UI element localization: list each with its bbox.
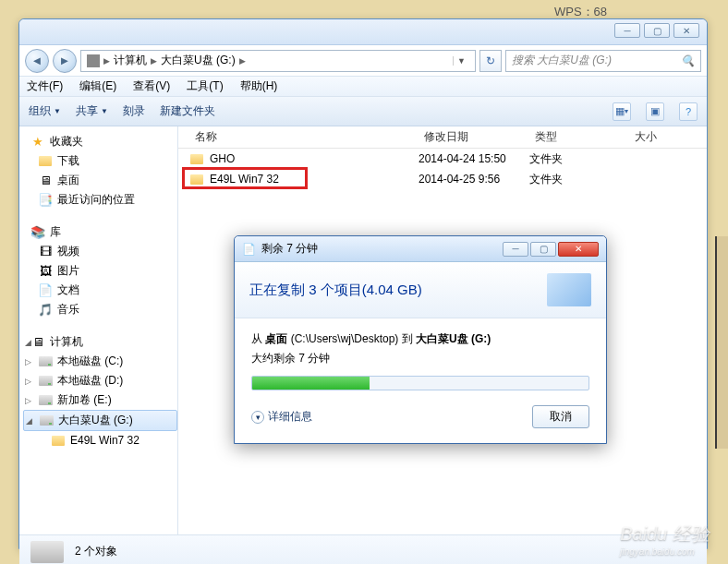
dialog-title: 剩余 7 分钟 <box>261 241 318 257</box>
sidebar-item-drive-e[interactable]: ▷新加卷 (E:) <box>23 390 177 410</box>
column-headers: 名称 修改日期 类型 大小 <box>178 126 707 149</box>
expand-icon[interactable]: ▷ <box>25 396 31 405</box>
folder-icon <box>38 154 53 169</box>
burn-button[interactable]: 刻录 <box>123 103 145 119</box>
sidebar-item-subfolder[interactable]: E49L Win7 32 <box>23 431 177 450</box>
search-placeholder: 搜索 大白菜U盘 (G:) <box>512 53 612 68</box>
menu-bar: 文件(F) 编辑(E) 查看(V) 工具(T) 帮助(H) <box>19 77 707 97</box>
column-date[interactable]: 修改日期 <box>419 129 529 145</box>
expand-icon[interactable]: ▷ <box>25 377 31 386</box>
collapse-icon[interactable]: ◢ <box>25 338 31 347</box>
copy-animation-icon <box>547 273 591 306</box>
watermark: Baidu 经验 jingyan.baidu.com <box>620 522 710 557</box>
progress-fill <box>252 377 370 390</box>
sidebar-item-pictures[interactable]: 🖼图片 <box>23 261 177 281</box>
time-remaining-line: 大约剩余 7 分钟 <box>251 351 589 366</box>
minimize-button[interactable]: ─ <box>614 23 640 38</box>
library-icon: 📚 <box>30 225 45 240</box>
document-icon: 📄 <box>38 283 53 298</box>
titlebar: ─ ▢ ✕ <box>19 19 707 45</box>
menu-tools[interactable]: 工具(T) <box>187 78 223 94</box>
desktop-icon: 🖥 <box>38 174 53 188</box>
copy-summary: 正在复制 3 个项目(4.04 GB) <box>249 282 422 299</box>
sidebar-item-videos[interactable]: 🎞视频 <box>23 242 177 261</box>
chevron-right-icon: ▶ <box>103 56 110 66</box>
collapse-icon[interactable]: ◢ <box>26 416 32 426</box>
forward-button[interactable]: ► <box>53 49 77 73</box>
copy-progress-dialog: 📄 剩余 7 分钟 ─ ▢ ✕ 正在复制 3 个项目(4.04 GB) 从 桌面… <box>234 235 607 444</box>
newfolder-button[interactable]: 新建文件夹 <box>160 103 215 119</box>
column-name[interactable]: 名称 <box>189 129 419 145</box>
folder-icon <box>189 151 204 166</box>
menu-help[interactable]: 帮助(H) <box>240 78 278 94</box>
back-button[interactable]: ◄ <box>25 49 49 73</box>
background-decoration <box>715 236 728 449</box>
refresh-button[interactable]: ↻ <box>479 50 502 72</box>
computer-group[interactable]: ◢🖥计算机 <box>23 332 177 352</box>
details-toggle[interactable]: ▾ 详细信息 <box>251 409 312 425</box>
menu-file[interactable]: 文件(F) <box>27 78 63 94</box>
menu-edit[interactable]: 编辑(E) <box>79 78 116 94</box>
maximize-button[interactable]: ▢ <box>644 23 670 38</box>
picture-icon: 🖼 <box>38 264 53 279</box>
annotation-highlight <box>182 167 308 189</box>
view-options-button[interactable]: ▦ ▾ <box>613 102 631 121</box>
address-bar[interactable]: ▶ 计算机 ▶ 大白菜U盘 (G:) ▶ ▼ <box>80 50 476 72</box>
sidebar-item-documents[interactable]: 📄文档 <box>23 281 177 300</box>
drive-icon <box>38 354 53 369</box>
recent-icon: 📑 <box>38 193 53 208</box>
preview-pane-button[interactable]: ▣ <box>646 102 664 121</box>
folder-icon <box>51 433 66 448</box>
column-size[interactable]: 大小 <box>629 129 675 145</box>
sidebar-item-drive-g[interactable]: ◢大白菜U盘 (G:) <box>23 410 177 431</box>
drive-icon <box>87 54 100 67</box>
favorites-group[interactable]: ★收藏夹 <box>23 132 177 151</box>
help-button[interactable]: ? <box>679 102 698 121</box>
chevron-right-icon: ▶ <box>239 56 246 66</box>
search-icon: 🔍 <box>681 54 695 67</box>
close-button[interactable]: ✕ <box>673 23 699 38</box>
star-icon: ★ <box>30 135 45 150</box>
music-icon: 🎵 <box>38 303 53 318</box>
drive-icon <box>38 393 53 408</box>
sidebar-item-recent[interactable]: 📑最近访问的位置 <box>23 190 177 210</box>
breadcrumb-root[interactable]: 计算机 <box>114 53 147 68</box>
dialog-titlebar[interactable]: 📄 剩余 7 分钟 ─ ▢ ✕ <box>235 236 606 262</box>
sidebar-item-downloads[interactable]: 下载 <box>23 151 177 171</box>
navigation-row: ◄ ► ▶ 计算机 ▶ 大白菜U盘 (G:) ▶ ▼ ↻ 搜索 大白菜U盘 (G… <box>19 45 707 77</box>
search-input[interactable]: 搜索 大白菜U盘 (G:) 🔍 <box>505 50 701 72</box>
dialog-minimize-button[interactable]: ─ <box>503 242 528 257</box>
libraries-group[interactable]: 📚库 <box>23 222 177 242</box>
computer-icon: 🖥 <box>30 335 45 350</box>
drive-icon <box>39 414 54 428</box>
progress-bar <box>251 376 589 390</box>
drive-icon <box>30 541 64 563</box>
chevron-right-icon: ▶ <box>151 56 157 66</box>
copy-path-line: 从 桌面 (C:\Users\wj\Desktop) 到 大白菜U盘 (G:) <box>251 331 589 347</box>
sidebar-item-drive-d[interactable]: ▷本地磁盘 (D:) <box>23 371 177 390</box>
address-dropdown[interactable]: ▼ <box>453 56 469 66</box>
dialog-header: 正在复制 3 个项目(4.04 GB) <box>235 262 606 318</box>
sidebar-item-desktop[interactable]: 🖥桌面 <box>23 171 177 190</box>
status-bar: 2 个对象 <box>19 534 707 564</box>
chevron-down-icon: ▾ <box>251 411 264 424</box>
copy-icon: 📄 <box>242 243 256 256</box>
share-button[interactable]: 共享 ▼ <box>76 103 108 119</box>
video-icon: 🎞 <box>38 245 53 259</box>
drive-icon <box>38 374 53 389</box>
file-row[interactable]: GHO 2014-04-24 15:50 文件夹 <box>178 149 707 169</box>
column-type[interactable]: 类型 <box>529 129 629 145</box>
toolbar: 组织 ▼ 共享 ▼ 刻录 新建文件夹 ▦ ▾ ▣ ? <box>19 97 707 126</box>
sidebar-item-music[interactable]: 🎵音乐 <box>23 300 177 319</box>
expand-icon[interactable]: ▷ <box>25 357 31 366</box>
status-text: 2 个对象 <box>75 544 117 559</box>
organize-button[interactable]: 组织 ▼ <box>29 103 61 119</box>
navigation-pane: ★收藏夹 下载 🖥桌面 📑最近访问的位置 📚库 🎞视频 🖼图片 📄文档 🎵音乐 … <box>19 126 178 534</box>
sidebar-item-drive-c[interactable]: ▷本地磁盘 (C:) <box>23 352 177 371</box>
dialog-maximize-button[interactable]: ▢ <box>530 242 556 257</box>
menu-view[interactable]: 查看(V) <box>133 78 170 94</box>
breadcrumb-drive[interactable]: 大白菜U盘 (G:) <box>161 53 236 68</box>
cancel-button[interactable]: 取消 <box>532 405 589 428</box>
dialog-close-button[interactable]: ✕ <box>558 242 599 257</box>
